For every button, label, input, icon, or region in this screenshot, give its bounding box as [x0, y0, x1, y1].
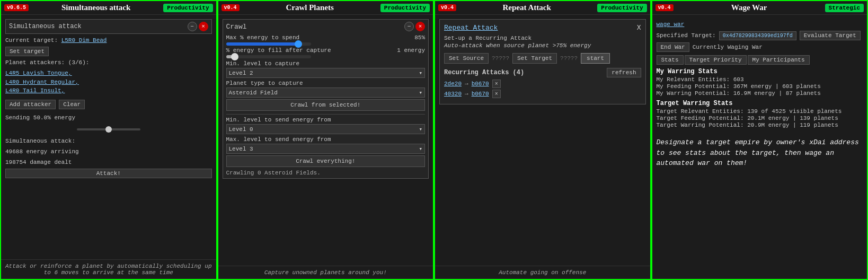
panel2-blue-slider-container[interactable] [226, 42, 426, 46]
panel3-header: v0.4 Repeat Attack Productivity [435, 1, 650, 15]
panel2-white-fill [226, 55, 235, 58]
panel2-inner-box: Crawl − × Max % energy to spend 85% % en… [223, 19, 429, 179]
panel2-close-btn[interactable]: × [415, 22, 425, 31]
panel1-title: Simultaneous attack [29, 3, 163, 12]
tab-my-participants[interactable]: My Participants [748, 55, 810, 65]
panel1-footer: Attack or reinforce a planet by automati… [1, 259, 216, 279]
panel3-badge: Productivity [597, 4, 646, 12]
panel4-big-desc: Designate a target empire by owner's xDa… [657, 137, 863, 169]
attack-button[interactable]: Attack! [5, 169, 212, 178]
panel4-end-war-row: End War Currently Waging War [657, 42, 863, 52]
panel2-header: v0.4 Crawl Planets Productivity [218, 1, 433, 15]
panel4-specified-row: Specified Target: 0x4d78299834399ed197fd… [657, 31, 863, 40]
crawl-everything-button[interactable]: Crawl everything! [226, 155, 426, 167]
panel1-controls: − × [188, 22, 208, 31]
panel2-body: Crawl − × Max % energy to spend 85% % en… [218, 15, 433, 266]
panel3-body: Repeat Attack X Set-up a Recurring Attac… [435, 15, 650, 266]
add-attacker-button[interactable]: Add attacker [5, 100, 56, 109]
panel1-energy-slider[interactable] [5, 126, 212, 133]
panel1-damage-dealt: 198754 damage dealt [5, 159, 212, 165]
panel1-badge: Productivity [163, 4, 212, 12]
panel2-min-send-select[interactable]: Level 0 ▾ [226, 124, 426, 134]
panel2-max-send-label: Max. level to send energy from [226, 136, 426, 143]
panel2-blue-thumb [295, 40, 302, 48]
start-button[interactable]: start [581, 53, 610, 64]
panel4-version: v0.4 [656, 4, 674, 11]
panel1-current-target-row: Current target: L5R0 Dim Bead [5, 37, 212, 43]
chevron-down-icon: ▾ [419, 69, 422, 76]
panel4-target-stats-header: Target Warring Stats [657, 100, 863, 107]
panel1-header: v0.6.5 Simultaneous attack Productivity [1, 1, 216, 15]
wage-war-link[interactable]: wage war [657, 21, 863, 28]
panel1-set-target-btn[interactable]: Set target [5, 47, 212, 56]
panel2-minimize-btn[interactable]: − [404, 22, 414, 31]
panel3-sub-desc: Auto-attack when source planet >75% ener… [444, 42, 641, 49]
panel2-max-energy-value: 85% [401, 34, 425, 41]
panel3-attack1-from[interactable]: 2de20 [444, 81, 462, 87]
panel2-planet-type-value: Asteroid Field [229, 90, 278, 96]
end-war-button[interactable]: End War [657, 42, 689, 52]
panel3-footer: Automate going on offense [435, 266, 650, 279]
panel3-attack2-to[interactable]: b0670 [472, 91, 489, 97]
panel2-white-slider-container[interactable] [226, 55, 426, 58]
panel2-planet-type-select[interactable]: Asteroid Field ▾ [226, 88, 426, 98]
panel4-feeding-potential: My Feeding Potential: 367M energy | 603 … [657, 83, 863, 90]
panel3-control-row: Set Source ????? Set Target ????? start [444, 53, 641, 64]
panel1-attacker1[interactable]: L4R5 Lavish Tongue, [5, 69, 212, 78]
panel2-blue-fill [226, 42, 298, 46]
panel1-attacker2[interactable]: L4R0 Hydrant Regular, [5, 78, 212, 87]
panel3-inner-title[interactable]: Repeat Attack [444, 24, 498, 32]
panel3-attack1-to[interactable]: b0670 [472, 81, 489, 87]
panel3-recurring-header: Recurring Attacks (4) refresh [444, 68, 641, 77]
panel3-title: Repeat Attack [456, 3, 597, 12]
panel1-inner-label: Simultaneous attack [9, 23, 82, 30]
panel3-arrow2: → [465, 91, 468, 97]
panel3-version: v0.4 [438, 4, 456, 11]
panel2-divider [226, 114, 426, 115]
panel2-title: Crawl Planets [240, 3, 380, 12]
panel2-fill-energy-row: % energy to fill after capture 1 energy [226, 47, 426, 54]
panel1-current-target-value[interactable]: L5R0 Dim Bead [61, 37, 107, 43]
panel4-target-relevant: Target Relevant Entities: 139 of 4525 vi… [657, 108, 863, 115]
crawl-selected-button[interactable]: Crawl from selected! [226, 99, 426, 111]
panel4-badge: Strategic [825, 4, 864, 12]
panel4-target-warring: Target Warring Potential: 20.9M energy |… [657, 122, 863, 128]
panel2-max-send-select[interactable]: Level 3 ▾ [226, 144, 426, 154]
panel2-min-level-select[interactable]: Level 2 ▾ [226, 68, 426, 78]
panel-repeat-attack: v0.4 Repeat Attack Productivity Repeat A… [434, 0, 651, 280]
panel4-address-box: 0x4d78299834399ed197fd [719, 31, 796, 40]
panel1-minimize-btn[interactable]: − [188, 22, 197, 31]
panel2-max-energy-label: Max % energy to spend [226, 34, 300, 41]
panel4-tabs-row: Stats Target Priority My Participants [657, 55, 863, 65]
panel2-min-level-value: Level 2 [229, 70, 253, 76]
panel4-header: v0.4 Wage War Strategic [652, 1, 867, 15]
set-target-button[interactable]: Set target [5, 47, 49, 56]
panel1-attackers-label: Planet attackers: (3/6): [5, 59, 212, 66]
panel3-delete1-btn[interactable]: × [492, 80, 501, 88]
panel1-close-btn[interactable]: × [199, 22, 208, 31]
panel3-arrow1: → [465, 81, 468, 87]
panel-simultaneous-attack: v0.6.5 Simultaneous attack Productivity … [0, 0, 217, 280]
panel3-delete2-btn[interactable]: × [492, 90, 501, 98]
panel2-badge: Productivity [380, 4, 430, 12]
clear-button[interactable]: Clear [59, 100, 85, 109]
panel2-white-thumb [231, 53, 238, 60]
chevron-down-icon2: ▾ [419, 89, 422, 96]
panel2-white-slider [226, 55, 311, 58]
panel2-planet-type-label: Planet type to capture [226, 80, 426, 86]
set-target-button-repeat[interactable]: Set Target [512, 53, 557, 64]
tab-target-priority[interactable]: Target Priority [685, 55, 747, 65]
panel3-inner-box: Repeat Attack X Set-up a Recurring Attac… [439, 19, 646, 104]
panel3-attack2-from[interactable]: 40320 [444, 91, 462, 97]
panel1-attack-label: Simultaneous attack: [5, 138, 212, 144]
panel4-title: Wage War [674, 3, 825, 12]
panel1-attacker3[interactable]: L4R0 Tail Insult, [5, 86, 212, 95]
set-source-button[interactable]: Set Source [444, 53, 489, 64]
panel3-close-btn[interactable]: X [637, 24, 641, 32]
panel2-footer: Capture unowned planets around you! [218, 266, 433, 279]
panel4-relevant-entities: My Relevant Entities: 603 [657, 76, 863, 83]
evaluate-target-button[interactable]: Evaluate Target [800, 31, 861, 40]
panel3-target-placeholder: ????? [560, 55, 578, 62]
refresh-button[interactable]: refresh [607, 68, 641, 77]
tab-stats[interactable]: Stats [657, 55, 684, 65]
